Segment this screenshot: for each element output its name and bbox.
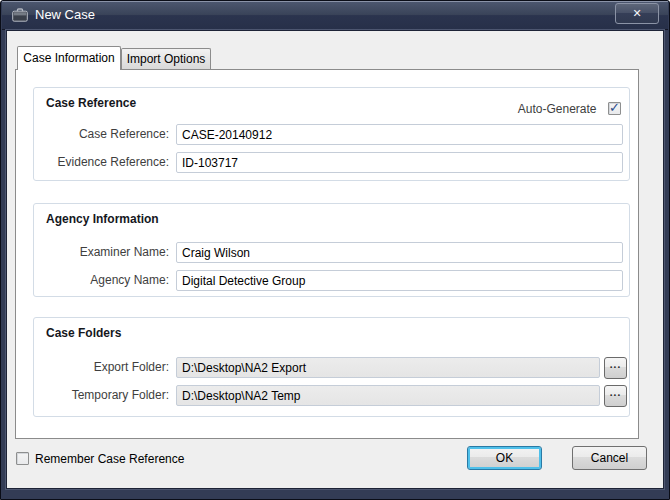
export-folder-label: Export Folder: <box>34 357 169 378</box>
case-information-panel: Case Reference Auto-Generate Case Refere… <box>15 69 639 439</box>
remember-case-reference-checkbox[interactable] <box>16 452 29 465</box>
tab-case-information[interactable]: Case Information <box>17 46 121 70</box>
temporary-folder-row: Temporary Folder: ... <box>34 385 629 406</box>
evidence-reference-label: Evidence Reference: <box>34 152 169 173</box>
case-reference-input[interactable] <box>176 124 623 145</box>
group-title: Agency Information <box>46 212 159 226</box>
auto-generate-checkbox[interactable] <box>608 102 621 115</box>
export-folder-browse-button[interactable]: ... <box>604 357 627 379</box>
examiner-name-input[interactable] <box>176 242 623 263</box>
ok-button[interactable]: OK <box>467 446 542 470</box>
cancel-button[interactable]: Cancel <box>572 446 647 470</box>
examiner-name-row: Examiner Name: <box>34 242 629 263</box>
tab-import-options[interactable]: Import Options <box>121 48 211 69</box>
remember-case-reference-label[interactable]: Remember Case Reference <box>35 452 184 466</box>
group-agency-information: Agency Information Examiner Name: Agency… <box>33 203 630 297</box>
temporary-folder-input[interactable] <box>176 385 600 406</box>
export-folder-row: Export Folder: ... <box>34 357 629 378</box>
agency-name-input[interactable] <box>176 270 623 291</box>
auto-generate-label[interactable]: Auto-Generate <box>518 102 597 116</box>
group-case-reference: Case Reference Auto-Generate Case Refere… <box>33 87 630 181</box>
agency-name-row: Agency Name: <box>34 270 629 291</box>
evidence-reference-input[interactable] <box>176 152 623 173</box>
case-reference-row: Case Reference: <box>34 124 629 145</box>
auto-generate-control: Auto-Generate <box>518 102 621 118</box>
window-title: New Case <box>35 1 95 29</box>
temporary-folder-browse-button[interactable]: ... <box>604 385 627 407</box>
export-folder-input[interactable] <box>176 357 600 378</box>
agency-name-label: Agency Name: <box>34 270 169 291</box>
group-title: Case Folders <box>46 326 121 340</box>
group-title: Case Reference <box>46 96 136 110</box>
group-case-folders: Case Folders Export Folder: ... Temporar… <box>33 317 630 417</box>
examiner-name-label: Examiner Name: <box>34 242 169 263</box>
titlebar: New Case ✕ <box>2 1 668 30</box>
dialog-body: Case Information Import Options Case Ref… <box>6 30 664 489</box>
case-reference-label: Case Reference: <box>34 124 169 145</box>
briefcase-icon <box>12 8 28 22</box>
close-button[interactable]: ✕ <box>615 3 659 24</box>
temporary-folder-label: Temporary Folder: <box>34 385 169 406</box>
evidence-reference-row: Evidence Reference: <box>34 152 629 173</box>
new-case-dialog: New Case ✕ Case Information Import Optio… <box>0 0 670 500</box>
